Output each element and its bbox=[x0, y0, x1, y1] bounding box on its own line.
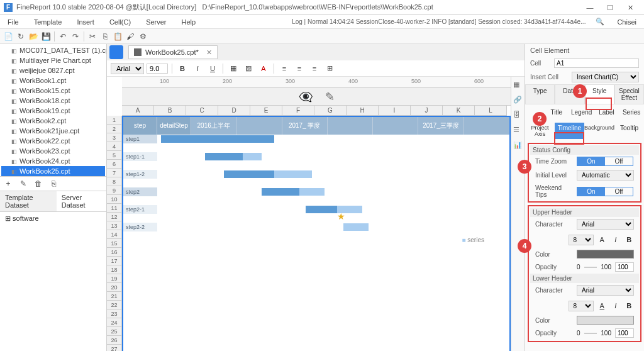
tab-server-dataset[interactable]: Server Dataset bbox=[57, 191, 106, 211]
col-header[interactable]: G bbox=[314, 106, 347, 116]
row-header[interactable]: 1 bbox=[107, 116, 122, 125]
align-left-button[interactable]: ≡ bbox=[278, 62, 291, 75]
fontcolor-button[interactable]: A bbox=[257, 62, 270, 75]
file-item[interactable]: WorkBook25.cpt bbox=[1, 166, 105, 176]
col-header[interactable]: C bbox=[186, 106, 218, 116]
font-i-button[interactable]: I bbox=[611, 233, 621, 246]
row-header[interactable]: 3 bbox=[107, 133, 122, 142]
col-header[interactable]: F bbox=[282, 106, 314, 116]
brush-icon[interactable]: 🖌 bbox=[125, 31, 136, 42]
row-header[interactable]: 9 bbox=[107, 186, 122, 195]
cut-icon[interactable]: ✂ bbox=[87, 31, 98, 42]
color-picker[interactable] bbox=[577, 250, 634, 259]
timezoom-toggle[interactable]: OnOff bbox=[577, 157, 633, 166]
form-icon[interactable] bbox=[109, 45, 123, 59]
row-header[interactable]: 15 bbox=[107, 239, 122, 248]
tab-close-icon[interactable]: ✕ bbox=[206, 48, 212, 57]
tab-style[interactable]: Style bbox=[585, 84, 614, 104]
file-item[interactable]: WorkBook22.cpt bbox=[1, 136, 105, 146]
row-header[interactable]: 18 bbox=[107, 265, 122, 274]
close-button[interactable]: ✕ bbox=[620, 1, 640, 14]
redo-icon[interactable]: ↷ bbox=[70, 31, 81, 42]
size-select[interactable]: 8 bbox=[569, 235, 594, 245]
subtab-series[interactable]: Series bbox=[619, 107, 644, 118]
row-header[interactable]: 11 bbox=[107, 204, 122, 213]
col-header[interactable]: I bbox=[379, 106, 411, 116]
paste-icon[interactable]: 📋 bbox=[112, 31, 123, 42]
open-icon[interactable]: 📂 bbox=[28, 31, 39, 42]
undo-icon[interactable]: ↶ bbox=[57, 31, 69, 42]
row-header[interactable]: 12 bbox=[107, 213, 122, 221]
char-select[interactable]: Arial bbox=[577, 219, 634, 230]
group-icon[interactable]: ☰ bbox=[513, 126, 523, 136]
file-item[interactable]: WorkBook23.cpt bbox=[1, 146, 105, 156]
edit-icon[interactable]: ✎ bbox=[18, 178, 29, 189]
file-item[interactable]: WorkBook21jue.cpt bbox=[1, 126, 105, 136]
opacity2-input[interactable] bbox=[615, 328, 634, 338]
subtab-label[interactable]: Label bbox=[594, 107, 619, 118]
col-header[interactable]: D bbox=[218, 106, 250, 116]
link-icon[interactable]: 🔗 bbox=[513, 96, 523, 106]
font-select[interactable]: Arial bbox=[111, 63, 144, 74]
settings-icon[interactable]: ⚙ bbox=[137, 31, 148, 42]
file-item[interactable]: MOC071_DATA_TEST (1).cpt bbox=[1, 45, 105, 55]
row-header[interactable]: 6 bbox=[107, 160, 122, 169]
file-item[interactable]: WorkBook1.cpt bbox=[1, 75, 105, 86]
subtab-background[interactable]: Background bbox=[584, 123, 614, 139]
tab-template-dataset[interactable]: Template Dataset bbox=[0, 191, 57, 211]
row-header[interactable]: 7 bbox=[107, 169, 122, 177]
insert-cell-select[interactable]: Insert Chart(C) bbox=[572, 72, 639, 82]
opacity-slider[interactable] bbox=[584, 267, 597, 268]
file-item[interactable]: weijiejue 0827.cpt bbox=[1, 65, 105, 75]
char2-select[interactable]: Arial bbox=[577, 285, 634, 296]
align-right-button[interactable]: ≡ bbox=[308, 62, 321, 75]
size2-select[interactable]: 8 bbox=[569, 301, 594, 311]
row-header[interactable]: 14 bbox=[107, 230, 122, 239]
subtab-timeline[interactable]: Timeline bbox=[555, 123, 584, 139]
menu-server[interactable]: Server bbox=[138, 18, 174, 26]
row-header[interactable]: 23 bbox=[107, 309, 122, 318]
row-header[interactable]: 21 bbox=[107, 292, 122, 301]
weekend-toggle[interactable]: OnOff bbox=[577, 187, 633, 196]
row-header[interactable]: 25 bbox=[107, 327, 122, 336]
delete-icon[interactable]: 🗑 bbox=[33, 178, 44, 189]
font-b-button[interactable]: B bbox=[625, 233, 635, 246]
row-header[interactable]: 27 bbox=[107, 345, 122, 351]
col-header[interactable]: E bbox=[250, 106, 282, 116]
menu-insert[interactable]: Insert bbox=[69, 18, 102, 26]
preview-hide-icon[interactable]: 👁‍🗨 bbox=[299, 90, 313, 104]
merge-button[interactable]: ⊞ bbox=[323, 62, 336, 75]
chart-icon[interactable]: 📊 bbox=[513, 141, 523, 151]
row-header[interactable]: 5 bbox=[107, 151, 122, 160]
menu-file[interactable]: File bbox=[0, 18, 26, 26]
menu-cell[interactable]: Cell(C) bbox=[102, 18, 138, 26]
file-item[interactable]: WorkBook24.cpt bbox=[1, 156, 105, 166]
col-header[interactable]: J bbox=[411, 106, 443, 116]
initlevel-select[interactable]: Automatic bbox=[577, 170, 634, 181]
add-icon[interactable]: + bbox=[3, 178, 14, 189]
grid-icon[interactable]: ▦ bbox=[513, 81, 523, 91]
maximize-button[interactable]: ☐ bbox=[600, 1, 620, 14]
align-center-button[interactable]: ≡ bbox=[293, 62, 306, 75]
preview-edit-icon[interactable]: ✎ bbox=[325, 90, 335, 104]
save-icon[interactable]: 💾 bbox=[40, 31, 52, 42]
font-i2-button[interactable]: I bbox=[611, 299, 621, 312]
col-header[interactable]: A bbox=[122, 106, 154, 116]
font-a-button[interactable]: A bbox=[597, 233, 608, 246]
col-header[interactable]: B bbox=[154, 106, 186, 116]
copy-ds-icon[interactable]: ⎘ bbox=[48, 178, 59, 189]
row-header[interactable]: 13 bbox=[107, 221, 122, 230]
fontsize-input[interactable] bbox=[147, 64, 168, 74]
minimize-button[interactable]: — bbox=[580, 1, 600, 14]
cell-grid[interactable]: stepdetailStep2016上半年2017_ 季度2017_三季度 st… bbox=[122, 116, 511, 351]
row-header[interactable]: 26 bbox=[107, 336, 122, 345]
subtab-legend[interactable]: Legend bbox=[569, 107, 594, 118]
color2-picker[interactable] bbox=[577, 316, 634, 325]
row-header[interactable]: 16 bbox=[107, 248, 122, 257]
row-header[interactable]: 17 bbox=[107, 257, 122, 265]
file-item[interactable]: WorkBook15.cpt bbox=[1, 86, 105, 96]
row-header[interactable]: 20 bbox=[107, 283, 122, 292]
subtab-title[interactable]: Title bbox=[544, 107, 569, 118]
row-header[interactable]: 10 bbox=[107, 195, 122, 204]
db-icon[interactable]: 🗄 bbox=[513, 111, 523, 121]
